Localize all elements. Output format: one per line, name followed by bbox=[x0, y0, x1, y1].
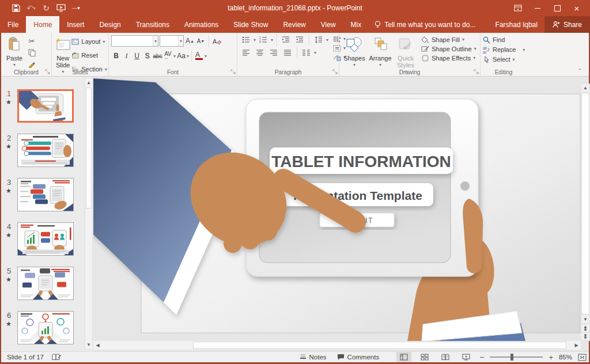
align-right-icon[interactable] bbox=[267, 47, 280, 58]
clipboard-dialog-launcher[interactable] bbox=[45, 69, 50, 74]
user-name[interactable]: Farshad Iqbal bbox=[489, 16, 544, 33]
close-button[interactable]: × bbox=[567, 0, 587, 16]
italic-button[interactable]: I bbox=[122, 51, 131, 62]
zoom-out-button[interactable]: − bbox=[479, 352, 484, 362]
normal-view-button[interactable] bbox=[396, 352, 411, 362]
minimize-button[interactable] bbox=[528, 0, 547, 16]
bold-button[interactable]: B bbox=[111, 51, 121, 62]
reset-button[interactable]: Reset bbox=[71, 49, 107, 62]
format-painter-icon[interactable] bbox=[25, 59, 38, 70]
save-icon[interactable] bbox=[12, 3, 21, 13]
reading-view-button[interactable] bbox=[438, 352, 453, 362]
tab-animations[interactable]: Animations bbox=[177, 16, 226, 33]
comments-button[interactable]: Comments bbox=[337, 354, 380, 361]
paragraph-dialog-launcher[interactable] bbox=[332, 69, 338, 74]
align-center-icon[interactable] bbox=[254, 47, 266, 58]
share-button[interactable]: Share bbox=[544, 16, 590, 33]
notes-button[interactable]: Notes bbox=[300, 354, 327, 361]
tab-transitions[interactable]: Transitions bbox=[128, 16, 177, 33]
clear-formatting-button[interactable]: A bbox=[212, 36, 222, 47]
scrollbar-thumb[interactable] bbox=[581, 93, 589, 314]
find-button[interactable]: Find bbox=[483, 36, 525, 44]
thumbnail-slide-3[interactable]: 3 ★ bbox=[3, 178, 85, 218]
thumbnail-slide-4[interactable]: 4 ★ bbox=[3, 222, 85, 263]
customize-qat-icon[interactable]: —▾ bbox=[71, 3, 81, 13]
shape-fill-button[interactable]: Shape Fill▾ bbox=[421, 36, 476, 43]
justify-icon[interactable] bbox=[281, 47, 294, 58]
cut-icon[interactable]: ✂ bbox=[25, 36, 38, 47]
thumbnail-slide-6[interactable]: 6 ★ bbox=[3, 311, 85, 351]
font-color-button[interactable]: A bbox=[194, 51, 204, 62]
copy-icon[interactable] bbox=[25, 47, 38, 58]
slideshow-view-button[interactable] bbox=[459, 352, 474, 362]
maximize-button[interactable] bbox=[547, 0, 567, 16]
redo-icon[interactable]: ↻ bbox=[41, 3, 51, 13]
tab-file[interactable]: File bbox=[0, 16, 26, 33]
undo-icon[interactable]: ↶▾ bbox=[27, 3, 36, 13]
text-shadow-button[interactable]: S bbox=[142, 51, 152, 62]
tab-design[interactable]: Design bbox=[92, 16, 128, 33]
scroll-left-icon[interactable]: ◀ bbox=[93, 341, 102, 350]
thumbnail-slide-2[interactable]: 2 ★ bbox=[3, 134, 85, 174]
ribbon-display-options-icon[interactable] bbox=[508, 0, 528, 16]
increase-indent-icon[interactable] bbox=[293, 35, 306, 46]
tab-insert[interactable]: Insert bbox=[59, 16, 92, 33]
bullets-icon[interactable] bbox=[240, 35, 252, 46]
zoom-slider-thumb[interactable] bbox=[510, 354, 513, 361]
horizontal-scrollbar[interactable]: ◀ ▶ bbox=[93, 341, 581, 350]
notes-icon bbox=[300, 354, 307, 361]
scroll-down-icon[interactable]: ▼ bbox=[85, 340, 92, 348]
tab-view[interactable]: View bbox=[313, 16, 343, 33]
drawing-dialog-launcher[interactable] bbox=[474, 69, 479, 74]
fit-slide-to-window-button[interactable] bbox=[578, 354, 587, 361]
underline-button[interactable]: U bbox=[132, 51, 142, 62]
previous-slide-button[interactable]: ▲▲ bbox=[581, 324, 590, 332]
font-size-combo[interactable]: ▾ bbox=[160, 35, 184, 47]
zoom-in-button[interactable]: + bbox=[549, 353, 553, 362]
ribbon-tabs: File Home Insert Design Transitions Anim… bbox=[0, 16, 590, 33]
align-left-icon[interactable] bbox=[240, 47, 252, 58]
scroll-down-icon[interactable]: ▼ bbox=[581, 315, 590, 324]
zoom-level[interactable]: 85% bbox=[559, 354, 572, 361]
scrollbar-thumb[interactable] bbox=[193, 342, 566, 349]
select-button[interactable]: Select▾ bbox=[483, 55, 525, 63]
scroll-up-icon[interactable]: ▲ bbox=[85, 78, 92, 86]
shape-effects-button[interactable]: Shape Effects▾ bbox=[421, 54, 476, 62]
decrease-font-size-button[interactable]: A▼ bbox=[196, 36, 206, 47]
scroll-right-icon[interactable]: ▶ bbox=[572, 341, 581, 350]
font-name-combo[interactable]: ▾ bbox=[111, 35, 158, 47]
replace-button[interactable]: abac Replace▾ bbox=[483, 46, 525, 54]
tab-home[interactable]: Home bbox=[26, 16, 59, 33]
thumbnail-slide-1[interactable]: 1 ★ bbox=[3, 89, 85, 130]
zoom-slider[interactable] bbox=[490, 357, 543, 358]
change-case-button[interactable]: Aa bbox=[176, 51, 186, 62]
increase-font-size-button[interactable]: A▲ bbox=[185, 36, 195, 47]
tell-me-box[interactable]: Tell me what you want to do... bbox=[369, 16, 481, 33]
collapse-ribbon-icon[interactable]: ⌃ bbox=[577, 68, 582, 74]
vertical-scrollbar[interactable]: ▲ ▼ ▲▲ ▼▼ bbox=[581, 84, 590, 341]
tab-slideshow[interactable]: Slide Show bbox=[226, 16, 275, 33]
strikethrough-button[interactable]: abc bbox=[153, 51, 162, 62]
line-spacing-icon[interactable] bbox=[312, 35, 325, 46]
layout-button[interactable]: Layout▾ bbox=[71, 35, 107, 48]
decrease-indent-icon[interactable] bbox=[279, 35, 292, 46]
columns-icon[interactable] bbox=[300, 47, 313, 58]
scrollbar-thumb[interactable] bbox=[86, 88, 92, 208]
slide-canvas[interactable]: TABLET INFORMATION Presentation Template… bbox=[93, 77, 581, 341]
slide-title-text[interactable]: TABLET INFORMATION bbox=[271, 153, 451, 170]
scroll-up-icon[interactable]: ▲ bbox=[581, 84, 590, 92]
svg-text:3: 3 bbox=[259, 41, 261, 43]
tab-review[interactable]: Review bbox=[275, 16, 313, 33]
shape-outline-button[interactable]: Shape Outline▾ bbox=[421, 45, 476, 52]
character-spacing-button[interactable]: AV↔ bbox=[163, 51, 173, 62]
font-dialog-launcher[interactable] bbox=[230, 69, 236, 74]
spell-check-icon[interactable] bbox=[52, 354, 61, 361]
paste-button[interactable]: Paste ▾ bbox=[3, 35, 25, 70]
slide-sorter-view-button[interactable] bbox=[417, 352, 432, 362]
next-slide-button[interactable]: ▼▼ bbox=[581, 332, 590, 341]
numbering-icon[interactable]: 123 bbox=[257, 35, 270, 46]
thumbnail-scrollbar[interactable]: ▲ ▼ bbox=[85, 78, 93, 350]
start-slideshow-icon[interactable] bbox=[56, 3, 66, 13]
thumbnail-slide-5[interactable]: 5 ★ bbox=[3, 267, 85, 307]
tab-mix[interactable]: Mix bbox=[343, 16, 369, 33]
